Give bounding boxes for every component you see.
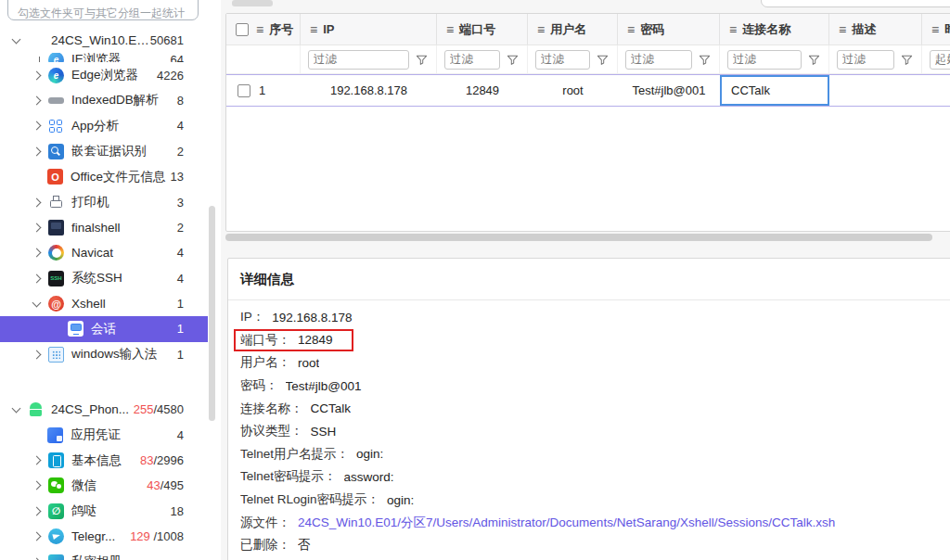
chevron-down-icon[interactable] [12,403,21,413]
sidebar-item-ie-browser[interactable]: eIE浏览器64 [0,53,208,62]
tree-item-label: Telegr... [71,529,130,543]
detail-value: assword: [344,470,394,484]
column-label: 序号 [269,21,293,38]
sidebar-item-wechat[interactable]: 微信43/495 [0,473,208,498]
table-cell[interactable]: 192.168.8.178 [301,75,437,106]
sidebar-item-24cs-win10[interactable]: 24CS_Win10.E0150681 [0,28,208,53]
chevron-right-icon[interactable] [32,456,42,465]
column-header-描述[interactable]: ≡描述 [829,14,922,45]
sidebar-item-indexeddb[interactable]: IndexedDB解析8 [0,88,208,113]
office-icon: O [47,169,63,185]
column-header-端口号[interactable]: ≡端口号 [437,14,528,45]
sidebar-item-24cs-phone[interactable]: 24CS_Phon...255/4580 [0,397,208,422]
selected-cell[interactable]: CCTalk [720,75,829,106]
table-cell[interactable] [922,75,950,106]
filter-input-连接名称[interactable] [727,50,802,70]
source-file-link[interactable]: 24CS_Win10.E01/分区7/Users/Administrator/D… [298,515,835,531]
ie-icon: e [48,53,64,62]
filter-funnel-icon[interactable] [901,54,914,66]
column-menu-icon[interactable]: ≡ [537,22,545,37]
chevron-right-icon[interactable] [32,506,42,515]
filter-input-用户名[interactable] [535,50,590,70]
row-checkbox[interactable] [238,84,250,97]
indexeddb-icon [48,97,64,104]
chevron-right-icon[interactable] [32,248,42,258]
table-cell[interactable] [829,75,922,106]
filter-input-描述[interactable] [837,50,894,70]
column-menu-icon[interactable]: ≡ [729,22,737,37]
column-menu-icon[interactable]: ≡ [256,22,263,37]
tree-item-label: 会话 [91,321,177,337]
detail-value: root [298,356,319,370]
column-header-连接名称[interactable]: ≡连接名称 [720,14,829,45]
filter-input-端口号[interactable] [444,50,500,70]
sidebar-search-input[interactable] [7,0,199,20]
column-header-时间[interactable]: ≡时间 [922,14,950,45]
horizontal-scrollbar[interactable] [225,234,932,241]
filter-funnel-icon[interactable] [416,54,429,66]
column-header-密码[interactable]: ≡密码 [618,14,720,45]
sidebar-item-session[interactable]: 会话1 [0,316,208,341]
column-header-序号[interactable]: ≡序号 [226,14,301,45]
chevron-down-icon[interactable] [32,298,42,307]
sidebar-item-nested-evidence[interactable]: 嵌套证据识别2 [0,139,208,164]
sidebar-item-app-credential[interactable]: 应用凭证4 [0,422,208,447]
table-data-row[interactable]: 1192.168.8.17812849rootTest#jlb@001CCTal… [226,74,950,107]
filter-funnel-icon[interactable] [597,54,610,66]
tree-item-count: 83/2996 [140,453,208,467]
chevron-right-icon[interactable] [32,223,42,232]
chevron-right-icon[interactable] [32,70,42,80]
column-menu-icon[interactable]: ≡ [627,22,635,37]
filter-input-密码[interactable] [625,50,692,70]
sidebar-item-basic-info[interactable]: 基本信息83/2996 [0,448,208,473]
chevron-down-icon[interactable] [12,34,21,44]
table-top-scrollbar-thumb[interactable] [232,0,273,6]
column-menu-icon[interactable]: ≡ [931,22,939,37]
sidebar-item-private-album[interactable]: 私密相册 [0,549,208,560]
sidebar-item-navicat[interactable]: Navicat4 [0,240,208,265]
filter-funnel-icon[interactable] [507,54,520,66]
column-menu-icon[interactable]: ≡ [839,22,846,37]
sidebar-item-edge-browser[interactable]: eEdge浏览器4226 [0,62,208,87]
sidebar-item-printer[interactable]: 打印机3 [0,189,208,214]
chevron-right-icon[interactable] [32,121,42,131]
table-cell[interactable]: 12849 [437,75,528,106]
chevron-right-icon[interactable] [32,350,42,359]
table-cell[interactable]: 1 [226,75,301,106]
table-cell[interactable]: root [528,75,618,106]
filter-funnel-icon[interactable] [808,54,821,66]
sidebar-item-xshell[interactable]: @Xshell1 [0,291,208,316]
sidebar-item-office-meta[interactable]: OOffice文件元信息13 [0,164,208,189]
chevron-right-icon[interactable] [32,197,42,207]
chevron-right-icon[interactable] [32,481,42,490]
select-all-checkbox[interactable] [236,23,249,36]
chevron-right-icon[interactable] [32,274,42,283]
table-search-box-cut[interactable] [761,0,950,7]
column-label: IP [323,22,334,36]
column-menu-icon[interactable]: ≡ [310,22,317,37]
chevron-right-icon[interactable] [32,532,42,541]
sidebar-item-finalshell[interactable]: finalshell2 [0,215,208,240]
filter-input-时间[interactable] [930,50,950,70]
sidebar-item-telegram[interactable]: Telegr...129 /1008 [0,524,208,549]
sidebar-scrollbar[interactable] [209,206,215,421]
column-menu-icon[interactable]: ≡ [446,22,454,37]
sidebar-item-geda[interactable]: ∅鸽哒18 [0,499,208,524]
xshell-icon: @ [48,296,64,312]
sidebar-item-system-ssh[interactable]: SSH系统SSH4 [0,266,208,291]
chevron-right-icon[interactable] [32,96,42,106]
sidebar-item-windows-ime[interactable]: windows输入法1 [0,342,208,367]
tree-item-count: 1 [177,297,208,311]
chevron-right-icon[interactable] [33,57,40,63]
filter-funnel-icon[interactable] [699,54,712,66]
column-label: 时间 [944,21,950,38]
filter-input-IP[interactable] [308,50,409,70]
sidebar-tree: 24CS_Win10.E0150681eIE浏览器64eEdge浏览器4226I… [0,28,208,560]
column-header-用户名[interactable]: ≡用户名 [528,14,618,45]
sidebar-item-app-analysis[interactable]: App分析4 [0,113,208,138]
tree-item-label: 私密相册 [71,554,184,560]
session-icon [68,321,83,337]
chevron-right-icon[interactable] [32,146,42,156]
column-header-IP[interactable]: ≡IP [301,14,437,45]
table-cell[interactable]: Test#jlb@001 [618,75,720,106]
